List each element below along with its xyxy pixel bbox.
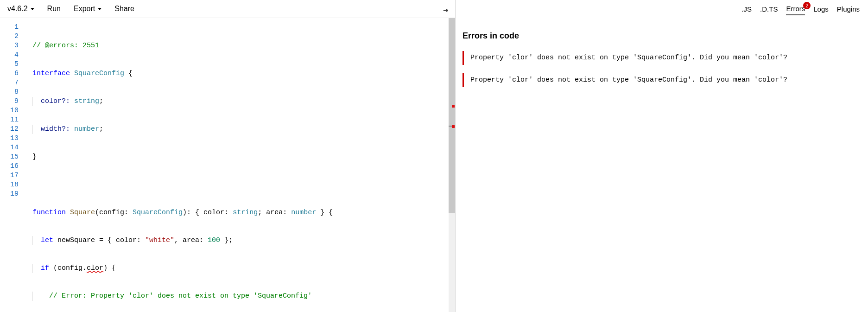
version-label: v4.6.2 [7, 5, 28, 13]
app-root: v4.6.2 Run Export Share ⇥ 12345678910111… [0, 0, 868, 312]
code-line: function Square(config: SquareConfig): {… [32, 208, 455, 217]
tab-errors[interactable]: Errors 2 [786, 5, 805, 15]
scroll-thumb[interactable] [449, 18, 455, 213]
tab-js[interactable]: .JS [741, 5, 752, 15]
line-number: 4 [0, 51, 23, 60]
run-button[interactable]: Run [47, 5, 61, 13]
line-number: 5 [0, 60, 23, 69]
line-number: 9 [0, 97, 23, 106]
line-number: 19 [0, 190, 23, 199]
error-marker[interactable] [452, 105, 455, 108]
errors-panel: Errors in code Property 'clor' does not … [456, 20, 868, 96]
line-number: 14 [0, 143, 23, 153]
code-line: if (config.clor) { [32, 264, 455, 273]
code-line: width?: number; [32, 125, 455, 134]
tab-errors-label: Errors [786, 5, 805, 13]
line-number: 2 [0, 32, 23, 41]
line-number: 17 [0, 171, 23, 180]
right-pane: .JS .D.TS Errors 2 Logs Plugins Errors i… [456, 0, 868, 312]
code-line: // Error: Property 'clor' does not exist… [32, 292, 455, 301]
code-line: color?: string; [32, 97, 455, 106]
line-number: 10 [0, 106, 23, 115]
line-number: 11 [0, 115, 23, 125]
export-label: Export [74, 5, 95, 13]
output-tabbar: .JS .D.TS Errors 2 Logs Plugins [456, 0, 868, 20]
line-number: 3 [0, 41, 23, 51]
share-button[interactable]: Share [114, 5, 134, 13]
error-item[interactable]: Property 'clor' does not exist on type '… [463, 51, 862, 65]
line-number: 13 [0, 134, 23, 143]
line-number: 12 [0, 125, 23, 134]
left-pane: v4.6.2 Run Export Share ⇥ 12345678910111… [0, 0, 456, 312]
line-number: 16 [0, 162, 23, 171]
expand-right-icon[interactable]: ⇥ [443, 6, 449, 14]
errors-panel-title: Errors in code [463, 31, 862, 41]
code-line: } [32, 153, 455, 162]
editor-scrollbar[interactable] [449, 18, 455, 312]
code-editor[interactable]: 12345678910111213141516171819 // @errors… [0, 18, 455, 312]
tab-dts[interactable]: .D.TS [760, 5, 778, 15]
code-line: // @errors: 2551 [32, 41, 455, 51]
tab-plugins[interactable]: Plugins [837, 5, 860, 15]
line-number: 8 [0, 88, 23, 97]
code-line: let newSquare = { color: "white", area: … [32, 236, 455, 245]
tab-logs[interactable]: Logs [813, 5, 829, 15]
line-number: 18 [0, 180, 23, 190]
line-number-gutter: 12345678910111213141516171819 [0, 18, 23, 312]
export-dropdown[interactable]: Export [74, 5, 101, 13]
code-area[interactable]: // @errors: 2551 interface SquareConfig … [23, 18, 455, 312]
code-line [32, 180, 455, 190]
error-item[interactable]: Property 'clor' does not exist on type '… [463, 73, 862, 87]
error-marker[interactable] [452, 125, 455, 128]
code-line: interface SquareConfig { [32, 69, 455, 78]
caret-down-icon [98, 8, 101, 10]
line-number: 15 [0, 153, 23, 162]
line-number: 1 [0, 23, 23, 32]
line-number: 6 [0, 69, 23, 78]
caret-down-icon [31, 8, 34, 10]
errors-count-badge: 2 [803, 2, 811, 9]
editor-toolbar: v4.6.2 Run Export Share [0, 0, 455, 18]
version-dropdown[interactable]: v4.6.2 [7, 5, 34, 13]
line-number: 7 [0, 78, 23, 88]
